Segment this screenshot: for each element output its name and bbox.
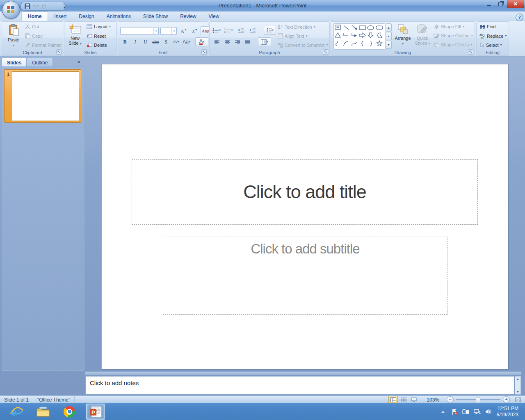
tray-hidden-icons-chevron[interactable] [439,408,447,415]
change-case-button[interactable]: Aa▾ [182,37,191,46]
tab-animations[interactable]: Animations [100,11,137,21]
clear-formatting-button[interactable]: Aa [201,26,210,35]
panel-close-icon[interactable] [76,59,82,65]
shapes-scroll-down-button[interactable]: ▼ [386,32,392,40]
replace-button[interactable]: abac Replace▾ [479,33,507,39]
theme-indicator[interactable]: "Office Theme" [33,396,75,404]
underline-button[interactable]: U [141,37,150,46]
slide-sorter-view-button[interactable] [399,396,408,404]
quick-styles-button[interactable]: Quick Styles ▾ [413,23,432,46]
font-size-dropdown-arrow[interactable]: ▾ [171,28,176,34]
delete-button[interactable]: Delete [87,42,107,48]
format-painter-button[interactable]: Format Painter [25,42,62,48]
align-center-button[interactable] [222,37,232,46]
arrange-button[interactable]: Arrange▾ [393,23,412,46]
slide-indicator[interactable]: Slide 1 of 1 [0,396,33,404]
numbering-button[interactable]: 12▾ [224,26,233,35]
tab-view[interactable]: View [203,11,226,21]
zoom-level[interactable]: 103% [422,396,443,404]
notes-scroll-down-icon[interactable]: ▼ [516,390,519,393]
outline-tab[interactable]: Outline [27,58,53,67]
shrink-font-button[interactable]: A [189,26,199,35]
taskbar-file-explorer-icon[interactable] [34,404,52,420]
zoom-out-button[interactable]: − [447,396,454,403]
layout-button[interactable]: Layout▾ [87,24,111,29]
shape-outline-button[interactable]: Shape Outline▾ [434,33,473,38]
drawing-dialog-launcher[interactable] [468,49,473,55]
bullets-button[interactable]: ▾ [212,26,221,35]
clipboard-dialog-launcher[interactable] [56,49,62,55]
align-right-button[interactable] [233,37,242,46]
zoom-slider-thumb[interactable] [476,397,480,403]
character-spacing-button[interactable]: AV▾ [171,37,181,46]
fit-to-window-button[interactable] [513,396,523,404]
copy-button[interactable]: Copy [25,33,43,39]
columns-button[interactable]: ▾ [258,37,271,46]
taskbar-internet-explorer-icon[interactable]: e [7,404,26,420]
font-name-combo[interactable]: ▾ [120,27,159,35]
customize-qat-button[interactable]: ≡▾ [62,3,67,9]
font-dialog-launcher[interactable] [201,49,207,55]
slides-tab[interactable]: Slides [2,58,27,67]
decrease-indent-button[interactable] [236,26,245,35]
line-spacing-button[interactable]: ▾ [264,26,276,35]
paste-button[interactable]: Paste▾ [5,23,23,47]
help-icon[interactable] [516,14,523,21]
taskbar-clock[interactable]: 12:51 PM 6/19/2023 [497,406,521,418]
save-button[interactable] [24,3,31,9]
tray-action-center-flag-icon[interactable] [451,408,458,415]
bold-button[interactable]: B [120,37,130,46]
slide-thumbnail-1[interactable]: 1 [4,69,81,123]
shapes-scroll-up-button[interactable]: ▲ [386,23,392,32]
notes-scroll-up-icon[interactable]: ▲ [516,377,519,380]
taskbar-chrome-icon[interactable] [60,404,79,420]
tab-design[interactable]: Design [73,11,100,21]
cut-button[interactable]: Cut [25,24,39,29]
shapes-more-button[interactable]: ▼ [386,41,392,49]
notes-pane[interactable]: Click to add notes [85,376,514,395]
zoom-slider-track[interactable] [456,399,500,400]
italic-button[interactable]: I [130,37,140,46]
shape-effects-button[interactable]: Shape Effects▾ [434,42,472,47]
select-button[interactable]: Select▾ [479,42,502,48]
tab-insert[interactable]: Insert [48,11,73,21]
tray-volume-icon[interactable] [485,408,493,415]
align-text-button[interactable]: Align Text▾ [278,33,308,39]
justify-button[interactable] [243,37,252,46]
notes-splitter[interactable] [85,372,521,375]
new-slide-button[interactable]: New Slide ▾ [66,23,84,46]
align-left-button[interactable] [212,37,221,46]
shape-fill-button[interactable]: Shape Fill▾ [434,24,464,29]
slide-show-view-button[interactable] [409,396,418,404]
tab-home[interactable]: Home [21,11,48,21]
text-shadow-button[interactable]: S [161,37,171,46]
strikethrough-button[interactable]: abe [151,37,160,46]
notes-scrollbar[interactable]: ▲ ▼ [515,376,521,395]
office-button[interactable] [2,1,20,19]
taskbar-powerpoint-icon[interactable]: P [86,404,105,420]
subtitle-placeholder[interactable]: Click to add subtitle [163,237,447,315]
convert-to-smartart-button[interactable]: Convert to SmartArt▾ [278,42,328,48]
zoom-in-button[interactable]: + [503,396,510,403]
grow-font-button[interactable]: A [178,26,188,35]
restore-button[interactable] [495,0,506,8]
text-direction-button[interactable]: A Text Direction▾ [278,24,315,30]
close-button[interactable]: ✕ [507,0,524,8]
normal-view-button[interactable] [388,396,398,404]
font-color-button[interactable]: A▾ [195,37,208,46]
redo-button[interactable] [41,3,47,9]
find-button[interactable]: Find [479,24,495,29]
tray-power-icon[interactable] [462,408,470,415]
tray-network-icon[interactable] [474,408,481,415]
shapes-gallery[interactable] [333,23,385,50]
title-placeholder[interactable]: Click to add title [132,159,478,225]
tab-review[interactable]: Review [174,11,202,21]
font-size-combo[interactable]: ▾ [160,27,177,35]
increase-indent-button[interactable] [248,26,257,35]
minimize-button[interactable] [483,0,495,8]
tab-slide-show[interactable]: Slide Show [137,11,174,21]
font-name-dropdown-arrow[interactable]: ▾ [153,28,158,34]
reset-button[interactable]: Reset [87,33,106,39]
undo-button[interactable]: ▾ [32,3,39,9]
paragraph-dialog-launcher[interactable] [323,49,328,55]
